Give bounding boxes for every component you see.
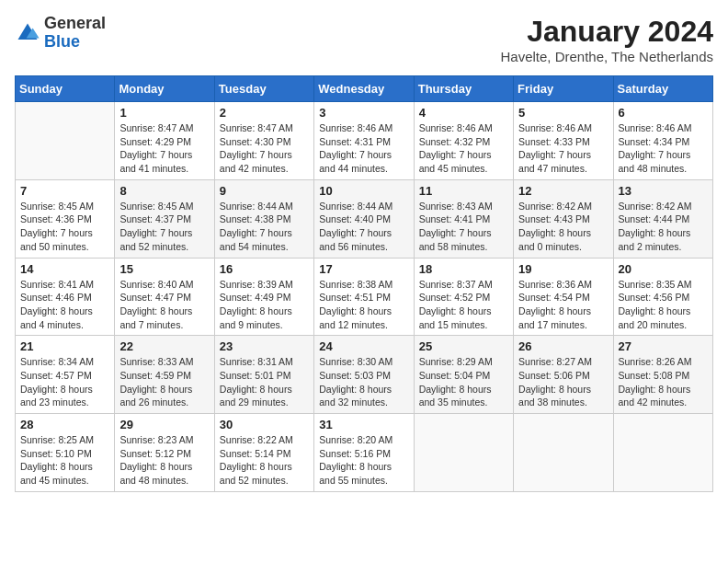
calendar-week-row: 7Sunrise: 8:45 AM Sunset: 4:36 PM Daylig… <box>16 179 713 258</box>
logo: General Blue <box>15 15 106 52</box>
calendar-day-cell: 25Sunrise: 8:29 AM Sunset: 5:04 PM Dayli… <box>414 336 513 414</box>
day-info: Sunrise: 8:42 AM Sunset: 4:43 PM Dayligh… <box>518 200 608 254</box>
day-info: Sunrise: 8:23 AM Sunset: 5:12 PM Dayligh… <box>119 433 209 488</box>
calendar-week-row: 1Sunrise: 8:47 AM Sunset: 4:29 PM Daylig… <box>16 102 713 180</box>
day-number: 9 <box>220 184 309 198</box>
calendar-day-cell: 4Sunrise: 8:46 AM Sunset: 4:32 PM Daylig… <box>414 102 513 180</box>
calendar-week-row: 21Sunrise: 8:34 AM Sunset: 4:57 PM Dayli… <box>16 336 713 414</box>
weekday-header: Sunday <box>16 76 115 102</box>
day-number: 25 <box>419 339 508 353</box>
day-number: 14 <box>20 262 109 276</box>
weekday-header: Friday <box>514 76 613 102</box>
calendar-day-cell: 3Sunrise: 8:46 AM Sunset: 4:31 PM Daylig… <box>314 102 414 180</box>
calendar-day-cell: 22Sunrise: 8:33 AM Sunset: 4:59 PM Dayli… <box>115 336 214 414</box>
calendar-day-cell: 2Sunrise: 8:47 AM Sunset: 4:30 PM Daylig… <box>214 102 313 180</box>
calendar-day-cell: 18Sunrise: 8:37 AM Sunset: 4:52 PM Dayli… <box>414 258 513 336</box>
calendar-day-cell: 5Sunrise: 8:46 AM Sunset: 4:33 PM Daylig… <box>514 102 613 180</box>
day-number: 31 <box>319 418 408 431</box>
day-number: 11 <box>419 184 508 198</box>
calendar-day-cell: 23Sunrise: 8:31 AM Sunset: 5:01 PM Dayli… <box>214 336 313 414</box>
logo-blue: Blue <box>44 33 106 52</box>
day-number: 20 <box>619 262 708 276</box>
title-block: January 2024 Havelte, Drenthe, The Nethe… <box>500 15 713 64</box>
day-info: Sunrise: 8:20 AM Sunset: 5:16 PM Dayligh… <box>319 433 408 488</box>
weekday-header: Wednesday <box>314 76 414 102</box>
weekday-header: Monday <box>115 76 214 102</box>
day-number: 10 <box>319 184 408 198</box>
day-number: 23 <box>220 339 309 353</box>
calendar-day-cell <box>613 414 712 492</box>
calendar-day-cell: 26Sunrise: 8:27 AM Sunset: 5:06 PM Dayli… <box>514 336 613 414</box>
day-number: 1 <box>119 106 209 120</box>
calendar-day-cell: 17Sunrise: 8:38 AM Sunset: 4:51 PM Dayli… <box>314 258 414 336</box>
day-number: 22 <box>119 339 209 353</box>
calendar-day-cell: 27Sunrise: 8:26 AM Sunset: 5:08 PM Dayli… <box>613 336 712 414</box>
calendar-day-cell: 9Sunrise: 8:44 AM Sunset: 4:38 PM Daylig… <box>214 179 313 258</box>
location-title: Havelte, Drenthe, The Netherlands <box>500 49 713 64</box>
day-number: 27 <box>619 339 708 353</box>
day-number: 6 <box>619 106 708 120</box>
day-number: 13 <box>619 184 708 198</box>
calendar-day-cell: 21Sunrise: 8:34 AM Sunset: 4:57 PM Dayli… <box>16 336 115 414</box>
day-number: 28 <box>20 418 109 431</box>
weekday-header: Thursday <box>414 76 513 102</box>
day-info: Sunrise: 8:25 AM Sunset: 5:10 PM Dayligh… <box>20 433 109 488</box>
day-number: 3 <box>319 106 408 120</box>
day-info: Sunrise: 8:41 AM Sunset: 4:46 PM Dayligh… <box>20 278 109 332</box>
logo-icon <box>15 20 40 46</box>
day-info: Sunrise: 8:33 AM Sunset: 4:59 PM Dayligh… <box>119 355 209 409</box>
day-info: Sunrise: 8:30 AM Sunset: 5:03 PM Dayligh… <box>319 355 408 409</box>
calendar-day-cell: 31Sunrise: 8:20 AM Sunset: 5:16 PM Dayli… <box>314 414 414 492</box>
calendar-day-cell: 6Sunrise: 8:46 AM Sunset: 4:34 PM Daylig… <box>613 102 712 180</box>
day-number: 29 <box>119 418 209 431</box>
day-number: 15 <box>119 262 209 276</box>
day-info: Sunrise: 8:40 AM Sunset: 4:47 PM Dayligh… <box>119 278 209 332</box>
day-number: 19 <box>518 262 608 276</box>
calendar-day-cell: 14Sunrise: 8:41 AM Sunset: 4:46 PM Dayli… <box>16 258 115 336</box>
day-number: 24 <box>319 339 408 353</box>
day-info: Sunrise: 8:42 AM Sunset: 4:44 PM Dayligh… <box>619 200 708 254</box>
day-info: Sunrise: 8:29 AM Sunset: 5:04 PM Dayligh… <box>419 355 508 409</box>
month-title: January 2024 <box>500 15 713 49</box>
weekday-header: Tuesday <box>214 76 313 102</box>
day-number: 7 <box>20 184 109 198</box>
day-number: 12 <box>518 184 608 198</box>
calendar-day-cell: 1Sunrise: 8:47 AM Sunset: 4:29 PM Daylig… <box>115 102 214 180</box>
day-number: 17 <box>319 262 408 276</box>
day-info: Sunrise: 8:46 AM Sunset: 4:34 PM Dayligh… <box>619 121 708 176</box>
calendar-day-cell: 7Sunrise: 8:45 AM Sunset: 4:36 PM Daylig… <box>16 179 115 258</box>
day-number: 4 <box>419 106 508 120</box>
day-info: Sunrise: 8:39 AM Sunset: 4:49 PM Dayligh… <box>220 278 309 332</box>
day-number: 2 <box>220 106 309 120</box>
day-info: Sunrise: 8:37 AM Sunset: 4:52 PM Dayligh… <box>419 278 508 332</box>
day-info: Sunrise: 8:46 AM Sunset: 4:32 PM Dayligh… <box>419 121 508 176</box>
page-header: General Blue January 2024 Havelte, Drent… <box>15 15 713 64</box>
day-number: 16 <box>220 262 309 276</box>
calendar: SundayMondayTuesdayWednesdayThursdayFrid… <box>15 75 713 492</box>
day-info: Sunrise: 8:36 AM Sunset: 4:54 PM Dayligh… <box>518 278 608 332</box>
calendar-week-row: 28Sunrise: 8:25 AM Sunset: 5:10 PM Dayli… <box>16 414 713 492</box>
calendar-day-cell: 11Sunrise: 8:43 AM Sunset: 4:41 PM Dayli… <box>414 179 513 258</box>
calendar-day-cell: 28Sunrise: 8:25 AM Sunset: 5:10 PM Dayli… <box>16 414 115 492</box>
day-info: Sunrise: 8:27 AM Sunset: 5:06 PM Dayligh… <box>518 355 608 409</box>
day-info: Sunrise: 8:34 AM Sunset: 4:57 PM Dayligh… <box>20 355 109 409</box>
day-number: 26 <box>518 339 608 353</box>
calendar-day-cell <box>16 102 115 180</box>
weekday-header: Saturday <box>613 76 712 102</box>
day-number: 5 <box>518 106 608 120</box>
calendar-day-cell <box>514 414 613 492</box>
day-info: Sunrise: 8:44 AM Sunset: 4:38 PM Dayligh… <box>220 200 309 254</box>
day-info: Sunrise: 8:22 AM Sunset: 5:14 PM Dayligh… <box>220 433 309 488</box>
day-info: Sunrise: 8:46 AM Sunset: 4:31 PM Dayligh… <box>319 121 408 176</box>
calendar-day-cell: 20Sunrise: 8:35 AM Sunset: 4:56 PM Dayli… <box>613 258 712 336</box>
day-number: 8 <box>119 184 209 198</box>
day-info: Sunrise: 8:47 AM Sunset: 4:30 PM Dayligh… <box>220 121 309 176</box>
day-info: Sunrise: 8:35 AM Sunset: 4:56 PM Dayligh… <box>619 278 708 332</box>
day-info: Sunrise: 8:38 AM Sunset: 4:51 PM Dayligh… <box>319 278 408 332</box>
day-info: Sunrise: 8:26 AM Sunset: 5:08 PM Dayligh… <box>619 355 708 409</box>
calendar-day-cell: 15Sunrise: 8:40 AM Sunset: 4:47 PM Dayli… <box>115 258 214 336</box>
day-info: Sunrise: 8:46 AM Sunset: 4:33 PM Dayligh… <box>518 121 608 176</box>
day-info: Sunrise: 8:44 AM Sunset: 4:40 PM Dayligh… <box>319 200 408 254</box>
calendar-day-cell: 19Sunrise: 8:36 AM Sunset: 4:54 PM Dayli… <box>514 258 613 336</box>
logo-text: General Blue <box>44 15 106 52</box>
